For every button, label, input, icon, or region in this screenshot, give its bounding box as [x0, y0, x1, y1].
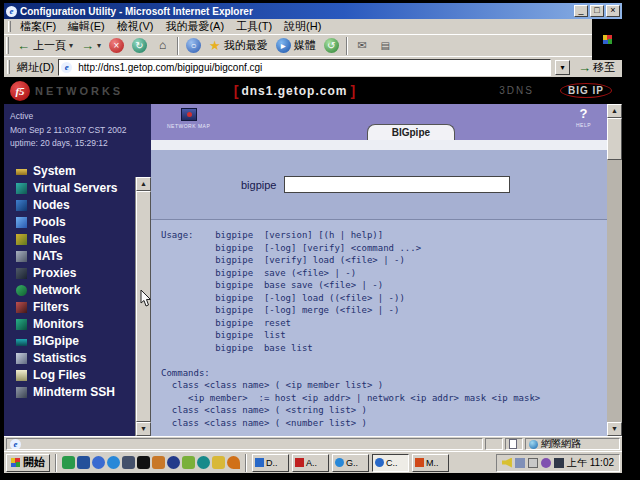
back-button[interactable]: ← 上一頁 ▾: [14, 37, 76, 54]
sidebar-item-nats[interactable]: NATs: [16, 250, 151, 263]
start-label: 開始: [23, 455, 45, 470]
network-map-icon: [181, 108, 197, 121]
scrollbar-track[interactable]: [607, 160, 622, 422]
quick-launch-icon[interactable]: [62, 456, 75, 469]
sidebar-item-nodes[interactable]: Nodes: [16, 199, 151, 212]
quick-launch-icon[interactable]: [227, 456, 240, 469]
task-button[interactable]: A..: [292, 454, 329, 472]
go-button[interactable]: → 移至: [574, 60, 619, 75]
menu-view[interactable]: 檢視(V): [111, 19, 160, 34]
bigpipe-command-input[interactable]: [284, 176, 510, 193]
task-label: D..: [266, 458, 278, 468]
menu-help[interactable]: 說明(H): [278, 19, 327, 34]
home-button[interactable]: ⌂: [152, 37, 173, 54]
mail-button[interactable]: ✉: [352, 37, 373, 54]
bigpipe-prompt-label: bigpipe: [241, 179, 276, 191]
minimize-button[interactable]: _: [574, 5, 588, 17]
quick-launch-icon[interactable]: [92, 456, 105, 469]
search-button[interactable]: ○: [183, 37, 204, 54]
header-divider: [151, 140, 607, 150]
tray-icon[interactable]: [515, 458, 525, 468]
tray-icon[interactable]: [554, 458, 564, 468]
sidebar-item-bigpipe[interactable]: BIGpipe: [16, 335, 151, 348]
mail-icon: ✉: [355, 38, 370, 53]
sidebar-item-network[interactable]: Network: [16, 284, 151, 297]
task-label: C..: [386, 458, 398, 468]
windows-flag-icon: [11, 458, 20, 467]
tray-icon[interactable]: [528, 458, 538, 468]
task-button[interactable]: M..: [412, 454, 449, 472]
sidebar-item-label: Log Files: [33, 368, 86, 382]
statistics-icon: [16, 353, 27, 364]
quick-launch-icon[interactable]: [182, 456, 195, 469]
task-button[interactable]: D..: [252, 454, 289, 472]
menu-edit[interactable]: 編輯(E): [62, 19, 111, 34]
task-button[interactable]: G..: [332, 454, 369, 472]
tray-icon[interactable]: [541, 458, 551, 468]
sidebar-item-mindterm-ssh[interactable]: Mindterm SSH: [16, 386, 151, 399]
stop-button[interactable]: ×: [106, 37, 127, 54]
tab-bigpipe[interactable]: BIGpipe: [367, 124, 455, 140]
sidebar-item-label: Virtual Servers: [33, 181, 118, 195]
scrollbar-thumb[interactable]: [607, 118, 622, 160]
close-button[interactable]: ×: [606, 5, 620, 17]
sidebar-item-rules[interactable]: Rules: [16, 233, 151, 246]
sidebar-item-proxies[interactable]: Proxies: [16, 267, 151, 280]
print-button[interactable]: ▤: [375, 37, 396, 54]
task-icon: [295, 458, 304, 467]
favorites-button[interactable]: ★ 我的最愛: [206, 37, 271, 54]
scroll-up-icon[interactable]: ▲: [136, 177, 151, 191]
f5-logo-icon: f5: [10, 81, 30, 101]
media-button[interactable]: ▸ 媒體: [273, 37, 319, 54]
quick-launch-icon[interactable]: [167, 456, 180, 469]
sidebar-item-monitors[interactable]: Monitors: [16, 318, 151, 331]
document-icon: e: [10, 439, 21, 450]
content-scrollbar[interactable]: ▲ ▼: [607, 104, 622, 436]
sidebar-item-filters[interactable]: Filters: [16, 301, 151, 314]
bracket-left: [: [234, 83, 239, 99]
refresh-button[interactable]: ↻: [129, 37, 150, 54]
sidebar-item-label: System: [33, 164, 76, 178]
quick-launch-icon[interactable]: [137, 456, 150, 469]
security-zone-pane: 網際網路: [525, 438, 620, 450]
forward-button[interactable]: → ▾: [78, 38, 104, 53]
quick-launch-icon[interactable]: [122, 456, 135, 469]
history-button[interactable]: ↺: [321, 37, 342, 54]
task-button-active[interactable]: C..: [372, 454, 409, 472]
address-input[interactable]: e http://dns1.getop.com/bigipgui/bigconf…: [58, 59, 551, 76]
menu-favorites[interactable]: 我的最愛(A): [159, 19, 230, 34]
scroll-down-icon[interactable]: ▼: [607, 422, 622, 436]
link-3dns[interactable]: 3DNS: [499, 85, 534, 96]
toolbar-separator: [177, 37, 179, 55]
scroll-up-icon[interactable]: ▲: [607, 104, 622, 118]
network-map-button[interactable]: NETWORK MAP: [167, 108, 210, 129]
taskbar: 開始 D.. A.. G..: [4, 451, 622, 473]
link-bigip[interactable]: BIG IP: [560, 83, 612, 98]
forward-dropdown-icon[interactable]: ▾: [97, 41, 101, 50]
address-dropdown-icon[interactable]: ▾: [555, 60, 570, 75]
menu-file[interactable]: 檔案(F): [14, 19, 62, 34]
sidebar-item-label: Filters: [33, 300, 69, 314]
quick-launch-icon[interactable]: [197, 456, 210, 469]
start-button[interactable]: 開始: [6, 454, 50, 472]
restore-button[interactable]: □: [590, 5, 604, 17]
sidebar-item-system[interactable]: System: [16, 165, 151, 178]
sidebar-item-statistics[interactable]: Statistics: [16, 352, 151, 365]
quick-launch-icon[interactable]: [77, 456, 90, 469]
media-icon: ▸: [276, 38, 291, 53]
sidebar-item-virtual-servers[interactable]: Virtual Servers: [16, 182, 151, 195]
sidebar-item-pools[interactable]: Pools: [16, 216, 151, 229]
sidebar-item-log-files[interactable]: Log Files: [16, 369, 151, 382]
back-dropdown-icon[interactable]: ▾: [69, 41, 73, 50]
quick-launch-icon[interactable]: [107, 456, 120, 469]
quick-launch-icon[interactable]: [212, 456, 225, 469]
help-button[interactable]: ? HELP: [576, 107, 591, 128]
help-icon: ?: [576, 107, 591, 120]
status-message-pane: e: [6, 438, 483, 450]
status-pane: [505, 438, 523, 450]
quick-launch-icon[interactable]: [152, 456, 165, 469]
sidebar-item-label: Mindterm SSH: [33, 385, 115, 399]
menu-tools[interactable]: 工具(T): [230, 19, 278, 34]
volume-icon[interactable]: [502, 458, 512, 468]
scroll-down-icon[interactable]: ▼: [136, 422, 151, 436]
